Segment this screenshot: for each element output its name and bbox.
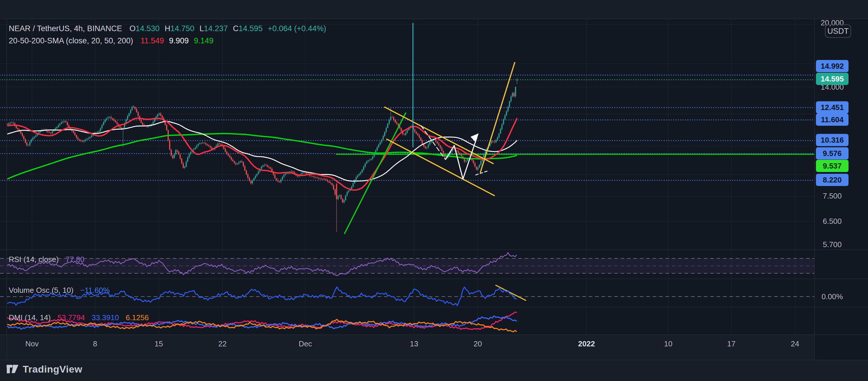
price-level-label-11604: 11.604 xyxy=(816,114,848,126)
dmi-legend-row[interactable]: DMI (14, 14) 53.7794 33.3910 6.1256 xyxy=(9,313,149,322)
time-axis-label-Dec: Dec xyxy=(288,340,323,348)
sma50-value: 9.909 xyxy=(169,36,189,45)
volosc-value: −11.60% xyxy=(80,286,110,295)
dmi-title: DMI (14, 14) xyxy=(9,313,51,322)
chart-canvas[interactable] xyxy=(0,0,868,381)
time-axis-label-20: 20 xyxy=(460,340,495,348)
time-axis-label-17: 17 xyxy=(714,340,749,348)
price-level-label-14595: 14.595 xyxy=(816,73,848,85)
tradingview-logo-icon[interactable] xyxy=(6,363,19,375)
volosc-legend-row[interactable]: Volume Osc (5, 10) −11.60% xyxy=(9,286,110,295)
time-axis-label-13: 13 xyxy=(397,340,432,348)
time-axis-label-15: 15 xyxy=(141,340,176,348)
price-level-label-12451: 12.451 xyxy=(816,101,848,114)
sma200-value: 9.149 xyxy=(194,36,213,45)
sma-legend-row[interactable]: 20-50-200-SMA (close, 20, 50, 200) 11.54… xyxy=(9,36,213,46)
price-level-label-8220: 8.220 xyxy=(816,174,848,186)
dmi-value-2: 33.3910 xyxy=(92,313,119,322)
price-level-label-10316: 10.316 xyxy=(816,134,848,146)
footer-bar: TradingView xyxy=(6,362,82,376)
price-level-label-9537: 9.537 xyxy=(816,160,848,172)
ohlc-high-value: 14.750 xyxy=(170,24,194,33)
tradingview-published-chart: AMBCrypto_TA published on TradingView.co… xyxy=(0,0,868,381)
price-axis-label-7500: 7.500 xyxy=(816,190,848,202)
sma-legend-title: 20-50-200-SMA (close, 20, 50, 200) xyxy=(9,36,133,45)
time-axis-label-24: 24 xyxy=(778,340,812,348)
symbol-legend-row[interactable]: NEAR / TetherUS, 4h, BINANCE O14.530 H14… xyxy=(9,24,326,34)
ohlc-close-value: 14.595 xyxy=(239,24,263,33)
dmi-value-1: 53.7794 xyxy=(58,313,85,322)
price-level-label-14992: 14.992 xyxy=(816,60,848,72)
dmi-value-3: 6.1256 xyxy=(126,313,149,322)
ohlc-open-value: 14.530 xyxy=(135,24,160,33)
ohlc-low-label: L xyxy=(199,24,204,33)
time-axis-label-22: 22 xyxy=(205,340,240,348)
sma20-value: 11.549 xyxy=(141,36,164,45)
rsi-value: 77.80 xyxy=(65,255,84,264)
time-axis-label-2022: 2022 xyxy=(569,340,604,348)
time-axis-label-8: 8 xyxy=(78,340,113,348)
tradingview-wordmark[interactable]: TradingView xyxy=(23,363,82,375)
ohlc-close-label: C xyxy=(233,24,239,33)
time-axis-label-Nov: Nov xyxy=(14,340,50,348)
time-axis-label-10: 10 xyxy=(651,340,686,348)
ohlc-open-label: O xyxy=(129,24,135,33)
price-level-label-9576: 9.576 xyxy=(816,147,848,159)
currency-toggle-button[interactable]: USDT xyxy=(825,25,851,38)
ohlc-low-value: 14.237 xyxy=(204,24,228,33)
volosc-title: Volume Osc (5, 10) xyxy=(9,286,73,295)
ohlc-high-label: H xyxy=(164,24,170,33)
rsi-legend-row[interactable]: RSI (14, close) 77.80 xyxy=(9,255,84,264)
price-axis-label-6500: 6.500 xyxy=(816,215,848,227)
symbol-title: NEAR / TetherUS, 4h, BINANCE xyxy=(9,24,122,33)
change-value: +0.064 (+0.44%) xyxy=(268,24,326,33)
price-axis-label-5700: 5.700 xyxy=(816,238,848,251)
price-axis-label-000: 0.00% xyxy=(816,291,848,303)
rsi-title: RSI (14, close) xyxy=(9,255,59,264)
